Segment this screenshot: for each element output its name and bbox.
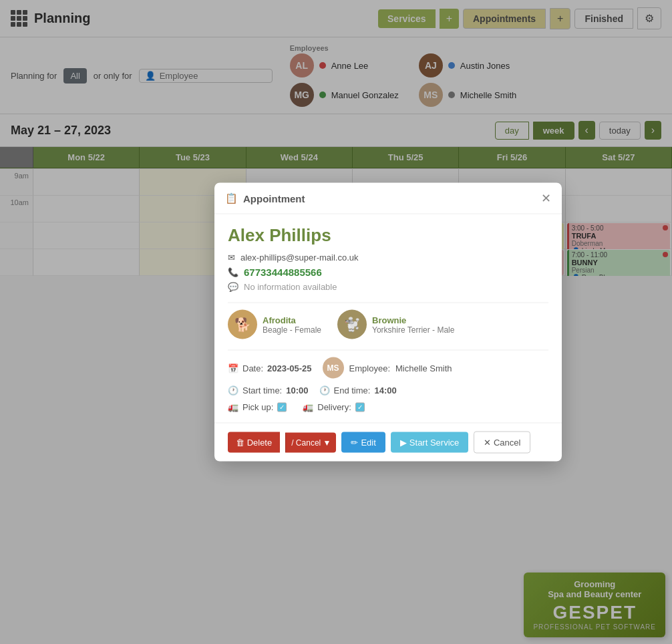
client-name: Alex Phillips xyxy=(228,225,548,246)
modal-header: 📋 Appointment ✕ xyxy=(214,183,562,214)
email-value: alex-phillips@super-mail.co.uk xyxy=(240,253,358,263)
modal-contact: alex-phillips@super-mail.co.uk 📞 6773344… xyxy=(228,253,548,277)
modal-close-button[interactable]: ✕ xyxy=(541,191,551,206)
phone-value[interactable]: 67733444885566 xyxy=(244,267,322,277)
modal-overlay[interactable]: 📋 Appointment ✕ Alex Phillips alex-phill… xyxy=(0,0,672,276)
phone-row: 📞 67733444885566 xyxy=(228,267,548,277)
envelope-icon xyxy=(228,253,235,263)
phone-icon: 📞 xyxy=(228,267,238,277)
email-row: alex-phillips@super-mail.co.uk xyxy=(228,253,548,263)
modal-body: Alex Phillips alex-phillips@super-mail.c… xyxy=(214,214,562,277)
appointment-modal: 📋 Appointment ✕ Alex Phillips alex-phill… xyxy=(214,183,562,277)
modal-title: 📋 Appointment xyxy=(225,192,305,204)
calendar-icon: 📋 xyxy=(225,192,238,204)
